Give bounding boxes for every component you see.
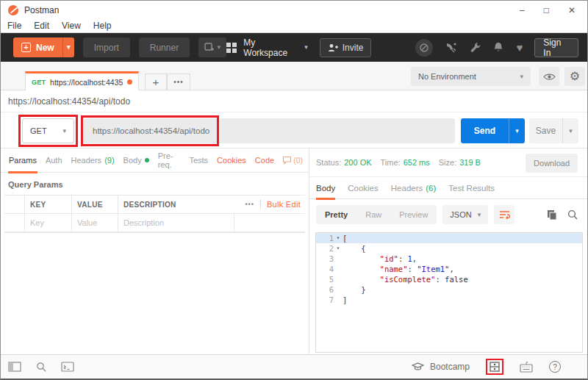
open-new-button[interactable]	[198, 37, 226, 57]
save-dropdown-caret[interactable]	[562, 118, 578, 143]
bootcamp-button[interactable]: Bootcamp	[412, 362, 470, 372]
code-line: 6 }	[316, 284, 582, 295]
bell-icon[interactable]	[493, 42, 503, 53]
search-icon[interactable]	[36, 362, 46, 372]
search-icon[interactable]	[567, 209, 578, 220]
satellite-icon[interactable]	[445, 42, 457, 53]
menu-file[interactable]: File	[7, 21, 21, 31]
send-button[interactable]: Send	[461, 118, 525, 143]
key-input[interactable]	[30, 218, 66, 227]
save-button[interactable]: Save	[529, 118, 578, 143]
view-preview[interactable]: Preview	[390, 205, 437, 224]
maximize-button[interactable]: □	[544, 5, 549, 15]
code-line: 7]	[316, 295, 582, 305]
send-label: Send	[461, 118, 509, 143]
runner-button[interactable]: Runner	[139, 37, 190, 57]
environment-selector[interactable]: No Environment	[411, 67, 531, 86]
tab-tests[interactable]: Tests	[188, 148, 209, 173]
method-dropdown[interactable]: GET	[22, 118, 74, 143]
method-value: GET	[30, 126, 47, 135]
tab-headers[interactable]: Headers(9)	[71, 148, 115, 173]
main-toolbar: + New Import Runner My Workspace Invite	[1, 33, 587, 62]
import-button[interactable]: Import	[83, 37, 130, 57]
tab-body[interactable]: Body	[123, 148, 150, 173]
sign-in-button[interactable]: Sign In	[534, 38, 578, 57]
tab-params[interactable]: Params	[8, 148, 37, 173]
settings-button[interactable]: ⚙	[564, 67, 585, 86]
format-value: JSON	[450, 210, 471, 219]
response-view-bar: Pretty Raw Preview JSON	[309, 199, 587, 230]
help-label: ?	[553, 363, 557, 371]
description-input[interactable]	[123, 218, 229, 227]
fold-caret-icon[interactable]: ▾	[334, 233, 343, 243]
divider	[260, 199, 261, 209]
bulk-edit-link[interactable]: Bulk Edit	[267, 200, 301, 209]
value-input[interactable]	[77, 218, 112, 227]
menu-bar: File Edit View Help	[1, 19, 587, 33]
response-status-row: Status: 200 OK Time: 652 ms Size: 319 B …	[309, 148, 587, 177]
tab-options-button[interactable]: •••	[167, 74, 190, 90]
graduation-cap-icon	[412, 362, 424, 371]
new-button[interactable]: + New	[13, 37, 74, 57]
tab-response-body[interactable]: Body	[316, 177, 335, 199]
params-more-button[interactable]: •••	[245, 201, 254, 208]
column-value: VALUE	[72, 196, 118, 213]
time-label: Time:	[381, 158, 401, 167]
save-label: Save	[529, 118, 562, 143]
request-builder: GET Send Save	[1, 112, 587, 148]
menu-edit[interactable]: Edit	[34, 21, 49, 31]
tab-prerequest[interactable]: Pre-req.	[157, 148, 182, 173]
cookies-link[interactable]: Cookies	[216, 148, 247, 173]
response-body-editor[interactable]: 1▾[ 2▾ { 3 "id": 1, 4 "name": "Item1", 5…	[315, 232, 583, 353]
new-dropdown-caret[interactable]	[62, 37, 74, 57]
download-button[interactable]: Download	[526, 154, 578, 173]
url-input[interactable]	[84, 118, 455, 143]
table-header-row: KEY VALUE DESCRIPTION ••• Bulk Edit	[4, 196, 305, 214]
fold-caret-icon[interactable]: ▾	[334, 243, 343, 254]
code-line: 1▾[	[316, 233, 582, 243]
minimize-button[interactable]: –	[520, 5, 525, 15]
time-value: 652 ms	[404, 158, 430, 167]
workspace-switcher[interactable]: My Workspace	[226, 37, 307, 58]
plus-icon: +	[21, 43, 31, 52]
comments-button[interactable]: (0)	[282, 156, 303, 165]
menu-view[interactable]: View	[62, 21, 81, 31]
format-dropdown[interactable]: JSON	[442, 205, 488, 224]
request-tab[interactable]: GET https://localhost:44354/api/todo	[25, 71, 139, 90]
invite-user-icon	[328, 43, 338, 52]
grid-icon	[226, 43, 237, 53]
invite-button[interactable]: Invite	[320, 38, 372, 57]
wrap-lines-button[interactable]	[494, 205, 514, 224]
title-bar: Postman – □ ✕	[1, 1, 587, 19]
help-button[interactable]: ?	[549, 361, 561, 373]
wrench-icon[interactable]	[470, 42, 481, 53]
query-params-title: Query Params	[8, 180, 309, 189]
gear-icon: ⚙	[570, 71, 580, 82]
sync-disabled-icon[interactable]	[415, 39, 433, 57]
view-pretty[interactable]: Pretty	[316, 205, 356, 224]
two-pane-view-icon[interactable]	[490, 362, 500, 372]
wrap-text-icon	[499, 210, 510, 219]
menu-help[interactable]: Help	[93, 21, 112, 31]
new-tab-button[interactable]: +	[145, 74, 167, 90]
code-line: 4 "name": "Item1",	[316, 264, 582, 274]
tab-response-cookies[interactable]: Cookies	[348, 177, 379, 199]
environment-preview-button[interactable]	[539, 67, 559, 86]
console-icon[interactable]	[61, 362, 74, 372]
heart-icon[interactable]: ♥	[516, 42, 523, 53]
copy-icon[interactable]	[547, 209, 557, 221]
keyboard-shortcuts-icon[interactable]	[520, 362, 533, 373]
tab-auth[interactable]: Auth	[45, 148, 63, 173]
tab-test-results[interactable]: Test Results	[448, 177, 495, 199]
response-panel: Status: 200 OK Time: 652 ms Size: 319 B …	[309, 148, 587, 354]
sidebar-toggle-icon[interactable]	[8, 362, 21, 372]
close-button[interactable]: ✕	[568, 5, 576, 15]
row-check-cell[interactable]	[4, 214, 25, 232]
view-raw[interactable]: Raw	[356, 205, 390, 224]
tab-response-headers[interactable]: Headers(6)	[391, 177, 437, 199]
code-link[interactable]: Code	[254, 148, 275, 173]
send-dropdown-caret[interactable]	[509, 118, 525, 143]
select-all-cell[interactable]	[4, 196, 25, 213]
column-key: KEY	[25, 196, 72, 213]
response-section-tabs: Body Cookies Headers(6) Test Results	[309, 177, 587, 199]
